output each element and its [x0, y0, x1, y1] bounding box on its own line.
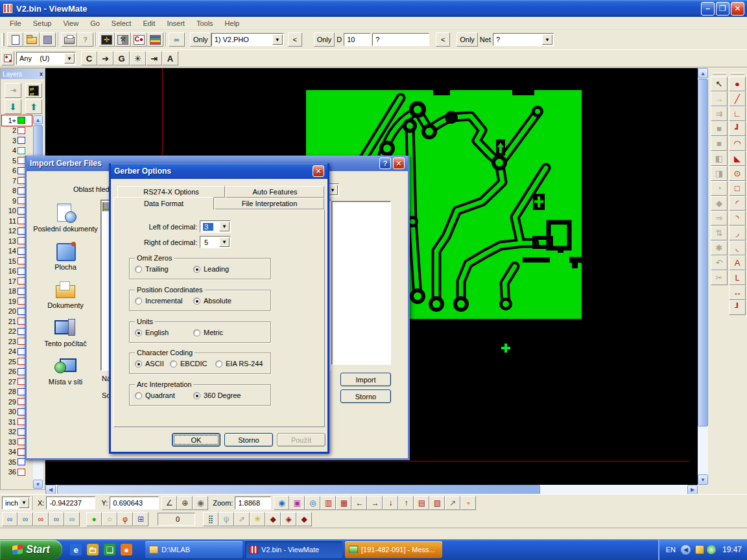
draw-bend-tool-button[interactable]: ┚ — [729, 300, 746, 315]
tab-file-interpretation[interactable]: File Interpretation — [215, 198, 324, 209]
right-of-decimal-combo[interactable]: 5▼ — [200, 236, 231, 248]
layer-color-swatch[interactable] — [18, 469, 25, 476]
chevron-down-icon[interactable]: ▼ — [219, 237, 230, 247]
horizontal-scrollbar[interactable]: ◀ ▶ — [45, 485, 698, 495]
layer-move-up-button[interactable]: ⬆ — [25, 99, 42, 114]
layer-row[interactable]: 4 — [2, 146, 32, 156]
tile-windows-button[interactable]: ⊞ — [133, 512, 148, 526]
draw-triangle-tool-button[interactable]: ◣ — [729, 151, 746, 166]
scroll-down-icon[interactable]: ▼ — [698, 474, 708, 485]
place-computer[interactable]: Tento počítač — [32, 318, 99, 347]
radio-trailing[interactable]: Trailing — [135, 265, 169, 273]
view-polygons-button[interactable]: ∞ — [33, 512, 49, 526]
ok-button[interactable]: OK — [172, 433, 220, 447]
layers-scroll-down-icon[interactable]: ▼ — [33, 480, 43, 489]
move-point-tool-button[interactable]: → — [711, 91, 728, 106]
pan-up-button[interactable]: ↑ — [398, 496, 414, 510]
layers-panel-titlebar[interactable]: Layers x — [1, 69, 45, 79]
radio-absolute[interactable]: Absolute — [193, 297, 231, 305]
tray-collapse-icon[interactable]: ◀ — [681, 545, 691, 555]
select-type-combo[interactable]: Any (U)▼ — [16, 52, 76, 65]
flash-mode-button[interactable]: ✳ — [250, 512, 265, 526]
menu-view[interactable]: View — [57, 18, 84, 29]
pointer-tool-button[interactable]: ↖ — [711, 76, 728, 91]
open-file-button[interactable] — [23, 32, 40, 47]
select-text-tool-button[interactable]: A — [162, 51, 178, 65]
draw-text-tool-button[interactable]: A — [729, 255, 746, 270]
layer-insert-button[interactable]: ⇥ — [5, 83, 21, 98]
net-combo[interactable]: ?▼ — [493, 33, 554, 46]
draw-circle-tool-button[interactable]: ⊙ — [729, 166, 746, 181]
marquee-button[interactable]: ▫ — [460, 496, 476, 510]
draw-fan-tool-button[interactable]: ◠ — [729, 136, 746, 151]
new-file-button[interactable] — [7, 32, 23, 47]
language-indicator[interactable]: EN — [666, 546, 676, 554]
chevron-down-icon[interactable]: ▼ — [542, 34, 552, 45]
select-arrow-tool-button[interactable]: ➔ — [97, 51, 113, 65]
place-desktop[interactable]: Plocha — [32, 242, 99, 271]
grid-paste-button[interactable]: ▧ — [429, 496, 445, 510]
anchor-button[interactable]: ψ — [219, 512, 234, 526]
dialog-help-button[interactable]: ? — [379, 158, 391, 169]
block2-tool-button[interactable]: ■ — [711, 136, 728, 151]
layer-setup-button[interactable]: ⇄⇄ — [25, 83, 42, 98]
import-button[interactable]: Import — [340, 373, 391, 386]
menu-insert[interactable]: Insert — [161, 18, 191, 29]
options-dialog-titlebar[interactable]: Gerber Options ✕ — [111, 163, 327, 179]
palette-grip[interactable] — [731, 73, 744, 75]
layer-row[interactable]: 36 — [2, 467, 32, 478]
task-msg[interactable]: [191-482-091] - Mess... — [345, 541, 442, 558]
messenger-tray-icon[interactable] — [707, 545, 716, 554]
left-of-decimal-combo[interactable]: 3▼ — [200, 220, 231, 233]
view-sketch-button[interactable]: ∞ — [64, 512, 80, 526]
pad-s-mode-button[interactable]: ◈ — [281, 512, 296, 526]
radio-ascii[interactable]: ASCII — [135, 360, 164, 368]
snip-tool-button[interactable]: ✂ — [711, 270, 728, 285]
layer-row[interactable]: 1+ — [2, 115, 32, 126]
draw-arc2-tool-button[interactable]: ◝ — [729, 211, 746, 226]
origin-button[interactable]: ⊕ — [177, 496, 193, 510]
place-network[interactable]: Místa v síti — [32, 356, 99, 386]
grid-half-button[interactable]: ▥ — [320, 496, 336, 510]
draw-pad-tool-button[interactable]: ● — [729, 76, 746, 91]
layer-move-down-button[interactable]: ⬇ — [5, 99, 21, 114]
mirror-h-tool-button[interactable]: ◨ — [711, 166, 728, 181]
pan-left-button[interactable]: ← — [351, 496, 367, 510]
pad-highlight-button[interactable]: ✛ — [99, 32, 115, 47]
offset-tool-button[interactable]: ⇅ — [711, 226, 728, 240]
show-desktop-icon[interactable]: 🗀 — [87, 544, 99, 555]
radio-ebcdic[interactable]: EBCDIC — [170, 360, 208, 368]
scroll-up-icon[interactable]: ▲ — [698, 68, 708, 78]
palette-grip[interactable] — [713, 73, 726, 75]
scale-tool-button[interactable]: ◆ — [711, 196, 728, 211]
draw-corner-tool-button[interactable]: ┛ — [729, 121, 746, 136]
layer-color-swatch[interactable] — [18, 137, 25, 144]
draw-rect-tool-button[interactable]: □ — [729, 181, 746, 196]
draw-dimension-tool-button[interactable]: ↔ — [729, 285, 746, 300]
film-colors-button[interactable] — [147, 32, 163, 47]
view-traces-button[interactable]: ∞ — [18, 512, 33, 526]
highlight-on-button[interactable]: ● — [86, 512, 102, 526]
minimize-button[interactable]: – — [701, 2, 715, 16]
zoom-select-button[interactable]: ▣ — [289, 496, 305, 510]
draw-arc1-tool-button[interactable]: ◜ — [729, 196, 746, 211]
menu-help[interactable]: Help — [219, 18, 246, 29]
draw-label-tool-button[interactable]: L — [729, 270, 746, 285]
mirror-v-tool-button[interactable]: ◧ — [711, 151, 728, 166]
menu-edit[interactable]: Edit — [137, 18, 161, 29]
print-button[interactable] — [61, 32, 77, 47]
angle-button[interactable]: ∠ — [161, 496, 177, 510]
prev-layer-button[interactable]: < — [288, 32, 302, 47]
measure-view-button[interactable]: ∞ — [169, 32, 185, 47]
radio-incremental[interactable]: Incremental — [135, 297, 182, 305]
notes-tray-icon[interactable] — [695, 545, 704, 554]
scroll-right-icon[interactable]: ▶ — [687, 485, 698, 495]
probe-button[interactable]: φ — [117, 512, 133, 526]
move-items-tool-button[interactable]: ⇉ — [711, 106, 728, 121]
options-cancel-button[interactable]: Storno — [224, 433, 273, 447]
task-app[interactable]: V2.bin - ViewMate — [245, 541, 342, 558]
menu-setup[interactable]: Setup — [27, 18, 58, 29]
prev-net-button[interactable]: < — [436, 32, 450, 47]
draw-line-tool-button[interactable]: ╱ — [729, 91, 746, 106]
horizontal-scrollbar-thumb[interactable] — [57, 485, 540, 495]
